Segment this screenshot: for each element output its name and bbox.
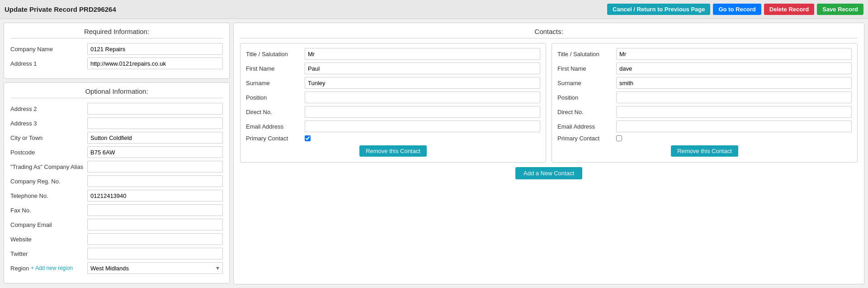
c1-directno-input[interactable] — [305, 106, 540, 118]
twitter-input[interactable] — [87, 248, 223, 259]
company-reg-input[interactable] — [87, 175, 223, 187]
c2-firstname-input[interactable] — [616, 62, 852, 74]
go-to-record-button[interactable]: Go to Record — [713, 4, 761, 15]
add-new-region-link[interactable]: + Add new region — [31, 265, 73, 271]
c2-directno-label: Direct No. — [557, 109, 616, 115]
c1-directno-label: Direct No. — [246, 109, 305, 115]
postcode-row: Postcode — [10, 146, 223, 158]
c1-position-row: Position — [246, 91, 540, 103]
website-label: Website — [10, 236, 87, 243]
c1-email-row: Email Address — [246, 120, 540, 132]
c2-email-label: Email Address — [557, 123, 616, 130]
delete-record-button[interactable]: Delete Record — [764, 4, 814, 15]
company-reg-label: Company Reg. No. — [10, 178, 87, 185]
left-panel: Required Information: Company Name Addre… — [4, 23, 230, 284]
optional-info-box: Optional Information: Address 2 Address … — [4, 82, 230, 283]
c2-surname-input[interactable] — [616, 77, 852, 89]
website-input[interactable] — [87, 233, 223, 245]
c2-position-input[interactable] — [616, 91, 852, 103]
postcode-input[interactable] — [87, 146, 223, 158]
c1-title-input[interactable] — [305, 48, 540, 60]
trading-as-row: "Trading As" Company Alias — [10, 161, 223, 173]
fax-input[interactable] — [87, 204, 223, 216]
contacts-panel: Contacts: Title / Salutation First Name … — [233, 23, 864, 284]
address2-label: Address 2 — [10, 106, 87, 112]
c2-primary-row: Primary Contact — [557, 135, 852, 142]
c2-directno-row: Direct No. — [557, 106, 852, 118]
required-info-box: Required Information: Company Name Addre… — [4, 23, 230, 79]
company-name-label: Company Name — [10, 46, 87, 53]
c2-primary-label: Primary Contact — [557, 135, 616, 142]
c2-title-row: Title / Salutation — [557, 48, 852, 60]
c2-title-label: Title / Salutation — [557, 51, 616, 58]
region-select-wrap: West MidlandsEast MidlandsNorth WestSout… — [87, 262, 223, 274]
company-name-row: Company Name — [10, 43, 223, 55]
region-select[interactable]: West MidlandsEast MidlandsNorth WestSout… — [87, 262, 223, 274]
address2-row: Address 2 — [10, 103, 223, 115]
trading-as-input[interactable] — [87, 161, 223, 173]
header-buttons: Cancel / Return to Previous Page Go to R… — [607, 4, 863, 15]
c1-surname-label: Surname — [246, 80, 305, 86]
c2-surname-row: Surname — [557, 77, 852, 89]
c1-primary-row: Primary Contact — [246, 135, 540, 142]
address3-label: Address 3 — [10, 120, 87, 127]
c1-email-input[interactable] — [305, 120, 540, 132]
c1-firstname-label: First Name — [246, 65, 305, 72]
c2-firstname-label: First Name — [557, 65, 616, 72]
region-row: Region + Add new region West MidlandsEas… — [10, 262, 223, 274]
address2-input[interactable] — [87, 103, 223, 115]
company-email-row: Company Email — [10, 219, 223, 230]
address1-input[interactable] — [87, 58, 223, 69]
telephone-row: Telephone No. — [10, 190, 223, 202]
fax-label: Fax No. — [10, 207, 87, 214]
website-row: Website — [10, 233, 223, 245]
c2-title-input[interactable] — [616, 48, 852, 60]
c2-email-input[interactable] — [616, 120, 852, 132]
c1-position-input[interactable] — [305, 91, 540, 103]
address1-label: Address 1 — [10, 60, 87, 67]
c1-surname-input[interactable] — [305, 77, 540, 89]
region-label-wrap: Region + Add new region — [10, 265, 87, 272]
company-name-input[interactable] — [87, 43, 223, 55]
contacts-grid: Title / Salutation First Name Surname Po… — [240, 43, 858, 163]
c1-primary-label: Primary Contact — [246, 135, 305, 142]
contact-1-card: Title / Salutation First Name Surname Po… — [240, 43, 546, 163]
c2-directno-input[interactable] — [616, 106, 852, 118]
page-header: Update Private Record PRD296264 Cancel /… — [0, 0, 868, 19]
optional-fields: Address 2 Address 3 City or Town Postcod… — [10, 103, 223, 259]
c1-firstname-input[interactable] — [305, 62, 540, 74]
remove-contact-1-button[interactable]: Remove this Contact — [359, 145, 427, 157]
fax-row: Fax No. — [10, 204, 223, 216]
add-new-contact-button[interactable]: Add a New Contact — [515, 167, 582, 179]
address3-row: Address 3 — [10, 117, 223, 129]
address1-row: Address 1 — [10, 58, 223, 69]
trading-as-label: "Trading As" Company Alias — [10, 163, 87, 170]
telephone-input[interactable] — [87, 190, 223, 202]
company-email-input[interactable] — [87, 219, 223, 230]
postcode-label: Postcode — [10, 149, 87, 156]
contact-2-card: Title / Salutation First Name Surname Po… — [552, 43, 858, 163]
page-title: Update Private Record PRD296264 — [5, 5, 116, 13]
c2-surname-label: Surname — [557, 80, 616, 86]
main-content: Required Information: Company Name Addre… — [0, 19, 868, 288]
cancel-button[interactable]: Cancel / Return to Previous Page — [607, 4, 710, 15]
required-info-title: Required Information: — [10, 28, 223, 38]
optional-info-title: Optional Information: — [10, 87, 223, 98]
c1-surname-row: Surname — [246, 77, 540, 89]
city-input[interactable] — [87, 132, 223, 144]
c1-primary-checkbox[interactable] — [305, 135, 311, 141]
address3-input[interactable] — [87, 117, 223, 129]
c2-primary-checkbox[interactable] — [616, 135, 622, 141]
remove-contact-2-button[interactable]: Remove this Contact — [671, 145, 738, 157]
save-record-button[interactable]: Save Record — [817, 4, 863, 15]
telephone-label: Telephone No. — [10, 192, 87, 199]
c1-position-label: Position — [246, 94, 305, 101]
c1-title-label: Title / Salutation — [246, 51, 305, 58]
c2-position-row: Position — [557, 91, 852, 103]
c1-directno-row: Direct No. — [246, 106, 540, 118]
city-row: City or Town — [10, 132, 223, 144]
twitter-row: Twitter — [10, 248, 223, 259]
c1-title-row: Title / Salutation — [246, 48, 540, 60]
c2-position-label: Position — [557, 94, 616, 101]
c1-email-label: Email Address — [246, 123, 305, 130]
